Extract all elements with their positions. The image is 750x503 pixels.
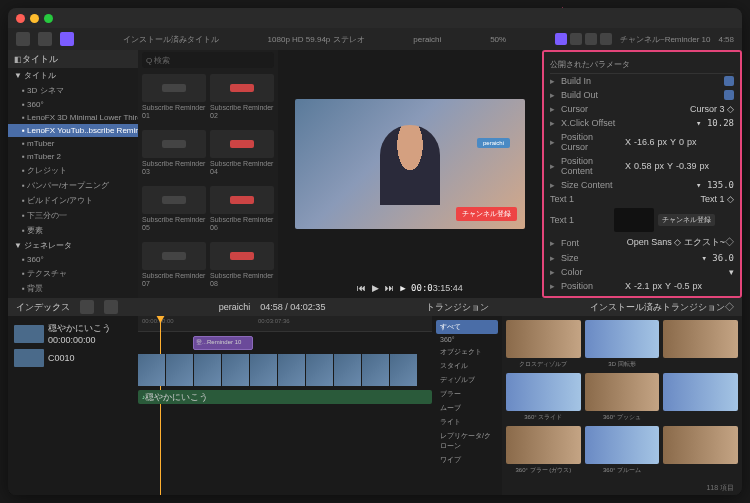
transition-category[interactable]: 360° bbox=[436, 334, 498, 345]
transition-thumbnail[interactable]: 360° ブラー (ガウス) bbox=[506, 426, 581, 475]
index-row[interactable]: C0010 bbox=[12, 347, 134, 369]
browser-thumbnail[interactable]: Subscribe Reminder 05 bbox=[142, 186, 206, 238]
sidebar-item[interactable]: ▪ クレジット bbox=[8, 163, 138, 178]
inspector-row[interactable]: ▸PositionX-2.1pxY-0.5px bbox=[550, 279, 734, 293]
browser-thumbnail[interactable]: Subscribe Reminder 01 bbox=[142, 74, 206, 126]
close-icon[interactable] bbox=[16, 14, 25, 23]
inspector-row[interactable]: Text 1チャンネル登録 bbox=[550, 206, 734, 234]
inspector-row[interactable]: ▸Build In bbox=[550, 74, 734, 88]
video-clip[interactable] bbox=[390, 354, 418, 386]
tool-trim-icon[interactable] bbox=[104, 300, 118, 314]
inspector-row[interactable]: ▸Build Out bbox=[550, 88, 734, 102]
viewer-canvas[interactable]: peraichi チャンネル登録 bbox=[295, 99, 525, 229]
sidebar-item[interactable]: ▪ バンパー/オープニング bbox=[8, 178, 138, 193]
project-name: peraichi bbox=[413, 35, 441, 44]
maximize-icon[interactable] bbox=[44, 14, 53, 23]
inspector-row[interactable]: ▸FontOpen Sans ◇ エクスト~◇ bbox=[550, 234, 734, 251]
sidebar-item[interactable]: ▼ タイトル bbox=[8, 68, 138, 83]
playhead[interactable] bbox=[160, 316, 161, 495]
transition-category[interactable]: すべて bbox=[436, 320, 498, 334]
transition-thumbnail[interactable] bbox=[663, 320, 738, 369]
play-icon[interactable]: ▶ bbox=[372, 283, 379, 293]
tool-select-icon[interactable] bbox=[80, 300, 94, 314]
sidebar-item[interactable]: ▪ mTuber 2 bbox=[8, 150, 138, 163]
inspector-row[interactable]: ▸X.Click Offset▾ 10.28 bbox=[550, 116, 734, 130]
video-clip[interactable] bbox=[334, 354, 362, 386]
transition-category[interactable]: ライト bbox=[436, 415, 498, 429]
video-clip[interactable] bbox=[250, 354, 278, 386]
transition-category[interactable]: ワイプ bbox=[436, 453, 498, 467]
browser-thumbnail[interactable]: Subscribe Reminder 06 bbox=[210, 186, 274, 238]
browser-thumbnail[interactable]: Subscribe Reminder 04 bbox=[210, 130, 274, 182]
index-button[interactable]: インデックス bbox=[16, 301, 70, 314]
transition-thumbnail[interactable]: クロスディゾルブ bbox=[506, 320, 581, 369]
inspector-row[interactable]: ▸Position ContentX0.58pxY-0.39px bbox=[550, 154, 734, 178]
transitions-panel: すべて360°オブジェクトスタイルディゾルブブラームーブライトレプリケータ/クロ… bbox=[432, 316, 742, 495]
browser-thumbnail[interactable]: Subscribe Reminder 07 bbox=[142, 242, 206, 294]
sidebar-item[interactable]: ▪ 360° bbox=[8, 253, 138, 266]
inspector-row[interactable]: ▸Size▾ 36.0 bbox=[550, 251, 734, 265]
photos-icon[interactable] bbox=[38, 32, 52, 46]
transition-thumbnail[interactable]: 360° プッシュ bbox=[585, 373, 660, 422]
sidebar-item[interactable]: ▪ LenoFX 3D Minimal Lower Thirds bbox=[8, 111, 138, 124]
sidebar-item[interactable]: ▪ 背景 bbox=[8, 281, 138, 296]
inspector-row[interactable]: ▸Color▾ bbox=[550, 265, 734, 279]
sidebar-item[interactable]: ▪ ビルドイン/アウト bbox=[8, 193, 138, 208]
transition-thumbnail[interactable]: 360° スライド bbox=[506, 373, 581, 422]
transition-category[interactable]: ムーブ bbox=[436, 401, 498, 415]
transition-category[interactable]: オブジェクト bbox=[436, 345, 498, 359]
sidebar-item[interactable]: ▪ LenoFX YouTub..bscribe Reminder bbox=[8, 124, 138, 137]
minimize-icon[interactable] bbox=[30, 14, 39, 23]
sidebar-item[interactable]: ▪ mTuber bbox=[8, 137, 138, 150]
timecode[interactable]: ▶ 00:03:15:44 bbox=[400, 283, 463, 293]
next-icon[interactable]: ⏭ bbox=[385, 283, 394, 293]
video-clip[interactable] bbox=[278, 354, 306, 386]
inspector-row[interactable]: ▸Size Content▾ 135.0 bbox=[550, 178, 734, 192]
prev-icon[interactable]: ⏮ bbox=[357, 283, 366, 293]
timeline-ruler[interactable]: 00:00:00:00 00:03:07:36 bbox=[138, 316, 432, 332]
search-input[interactable]: Q 検索 bbox=[142, 52, 274, 68]
index-row[interactable]: 穏やかにいこう00:00:00:00 bbox=[12, 320, 134, 347]
browser-thumbnail[interactable]: Subscribe Reminder 02 bbox=[210, 74, 274, 126]
inspector-section: 公開されたパラメータ bbox=[550, 56, 734, 74]
video-clip[interactable] bbox=[166, 354, 194, 386]
inspector-tab-info-icon[interactable] bbox=[585, 33, 597, 45]
video-track bbox=[138, 354, 432, 386]
transition-category[interactable]: ディゾルブ bbox=[436, 373, 498, 387]
transition-thumbnail[interactable] bbox=[663, 426, 738, 475]
inspector-row[interactable]: Text 1Text 1 ◇ bbox=[550, 192, 734, 206]
video-clip[interactable] bbox=[222, 354, 250, 386]
timeline-tracks[interactable]: 00:00:00:00 00:03:07:36 登...Reminder 10 … bbox=[138, 316, 432, 495]
transition-thumbnail[interactable] bbox=[663, 373, 738, 422]
video-clip[interactable] bbox=[138, 354, 166, 386]
inspector-tab-color-icon[interactable] bbox=[600, 33, 612, 45]
library-icon[interactable] bbox=[16, 32, 30, 46]
checkbox[interactable] bbox=[724, 90, 734, 100]
video-clip[interactable] bbox=[194, 354, 222, 386]
transitions-installed[interactable]: インストール済みトランジション◇ bbox=[590, 301, 734, 314]
title-clip[interactable]: 登...Reminder 10 bbox=[193, 336, 253, 350]
sidebar-item[interactable]: ▪ 360° bbox=[8, 98, 138, 111]
video-clip[interactable] bbox=[362, 354, 390, 386]
transition-category[interactable]: レプリケータ/クローン bbox=[436, 429, 498, 453]
video-clip[interactable] bbox=[306, 354, 334, 386]
transition-thumbnail[interactable]: 3D 回転形 bbox=[585, 320, 660, 369]
transition-thumbnail[interactable]: 360° ブルーム bbox=[585, 426, 660, 475]
titles-icon[interactable] bbox=[60, 32, 74, 46]
transition-category[interactable]: スタイル bbox=[436, 359, 498, 373]
audio-clip[interactable]: ♪ 穏やかにいこう bbox=[138, 390, 432, 404]
inspector-tab-audio-icon[interactable] bbox=[570, 33, 582, 45]
browser-thumbnail[interactable]: Subscribe Reminder 08 bbox=[210, 242, 274, 294]
zoom-label[interactable]: 50% bbox=[490, 35, 506, 44]
inspector-row[interactable]: ▸CursorCursor 3 ◇ bbox=[550, 102, 734, 116]
sidebar-item[interactable]: ▪ テクスチャ bbox=[8, 266, 138, 281]
inspector-row[interactable]: ▸Position CursorX-16.6pxY0px bbox=[550, 130, 734, 154]
sidebar-item[interactable]: ▪ 要素 bbox=[8, 223, 138, 238]
sidebar-item[interactable]: ▪ 3D シネマ bbox=[8, 83, 138, 98]
sidebar-item[interactable]: ▼ ジェネレータ bbox=[8, 238, 138, 253]
inspector-tab-video-icon[interactable] bbox=[555, 33, 567, 45]
transition-category[interactable]: ブラー bbox=[436, 387, 498, 401]
sidebar-item[interactable]: ▪ 下三分の一 bbox=[8, 208, 138, 223]
browser-thumbnail[interactable]: Subscribe Reminder 03 bbox=[142, 130, 206, 182]
checkbox[interactable] bbox=[724, 76, 734, 86]
